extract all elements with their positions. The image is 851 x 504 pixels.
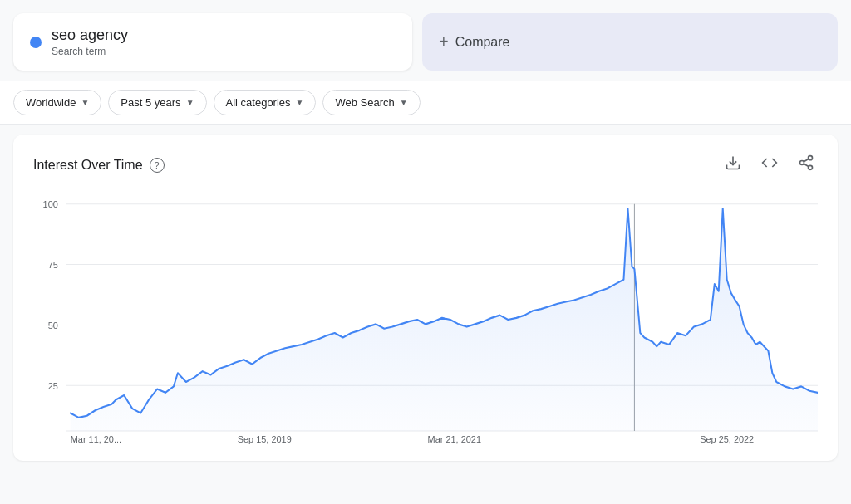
compare-card[interactable]: + Compare [422, 13, 838, 71]
share-button[interactable] [794, 151, 818, 179]
download-button[interactable] [721, 151, 745, 179]
chart-section: Interest Over Time ? [13, 135, 838, 461]
embed-button[interactable] [758, 151, 781, 179]
svg-marker-16 [71, 208, 818, 431]
search-term-dot [30, 37, 42, 48]
location-filter-label: Worldwide [26, 96, 76, 109]
interest-chart: 100 75 50 25 Mar 11, 20... Sep 15, 2019 … [33, 195, 818, 444]
svg-text:25: 25 [48, 380, 58, 390]
category-filter-label: All categories [226, 96, 291, 109]
location-filter[interactable]: Worldwide ▼ [13, 90, 101, 115]
chart-container: 100 75 50 25 Mar 11, 20... Sep 15, 2019 … [33, 195, 818, 444]
chart-actions [721, 151, 818, 179]
svg-text:75: 75 [48, 259, 58, 269]
time-filter[interactable]: Past 5 years ▼ [108, 90, 206, 115]
search-type-filter-arrow: ▼ [400, 98, 408, 107]
chart-title: Interest Over Time [33, 158, 143, 173]
compare-label: Compare [455, 35, 510, 50]
compare-plus-icon: + [439, 32, 449, 51]
search-type-filter-label: Web Search [335, 96, 394, 109]
svg-point-1 [809, 156, 813, 160]
chart-title-area: Interest Over Time ? [33, 158, 165, 173]
svg-line-5 [804, 159, 809, 161]
search-term-label: Search term [52, 46, 128, 57]
svg-text:Sep 15, 2019: Sep 15, 2019 [238, 433, 292, 443]
top-section: seo agency Search term + Compare [0, 0, 851, 81]
time-filter-arrow: ▼ [186, 98, 194, 107]
svg-point-3 [809, 165, 813, 169]
help-icon[interactable]: ? [150, 158, 165, 173]
svg-text:Sep 25, 2022: Sep 25, 2022 [700, 433, 754, 443]
svg-point-2 [800, 161, 804, 165]
search-term-card: seo agency Search term [13, 13, 412, 71]
svg-text:100: 100 [43, 199, 58, 209]
time-filter-label: Past 5 years [121, 96, 180, 109]
svg-line-4 [804, 164, 809, 166]
category-filter-arrow: ▼ [296, 98, 304, 107]
svg-text:Mar 11, 20...: Mar 11, 20... [71, 433, 121, 443]
svg-text:Mar 21, 2021: Mar 21, 2021 [428, 433, 481, 443]
chart-header: Interest Over Time ? [33, 151, 818, 179]
svg-text:50: 50 [48, 320, 58, 330]
location-filter-arrow: ▼ [81, 98, 89, 107]
search-type-filter[interactable]: Web Search ▼ [322, 90, 420, 115]
filters-section: Worldwide ▼ Past 5 years ▼ All categorie… [0, 81, 851, 125]
search-term-name: seo agency [52, 27, 128, 44]
category-filter[interactable]: All categories ▼ [214, 90, 317, 115]
search-term-info: seo agency Search term [52, 27, 128, 57]
